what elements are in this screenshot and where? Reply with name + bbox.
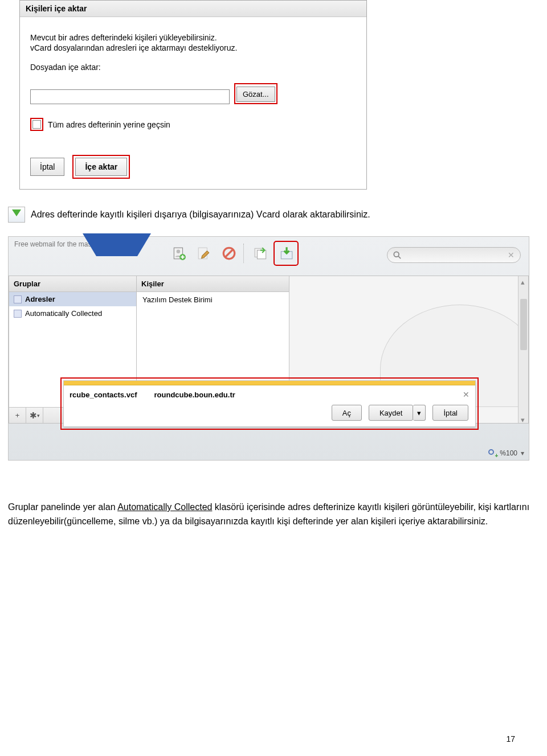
download-save-button[interactable]: Kaydet xyxy=(369,405,413,421)
replace-checkbox-label: Tüm adres defterinin yerine geçsin xyxy=(48,120,170,129)
group-settings-button[interactable]: ✱▾ xyxy=(26,408,43,423)
download-bar: rcube_contacts.vcf roundcube.boun.edu.tr… xyxy=(63,380,476,427)
group-label: Automatically Collected xyxy=(25,309,102,318)
page-number: 17 xyxy=(506,734,515,743)
delete-contact-icon[interactable] xyxy=(218,243,240,264)
download-save-dropdown[interactable]: ▾ xyxy=(413,405,426,421)
scrollbar[interactable]: ▴ ▾ xyxy=(518,276,528,423)
contact-item[interactable]: Yazılım Destek Birimi xyxy=(137,292,289,307)
clear-search-icon[interactable]: ✕ xyxy=(508,250,515,260)
dialog-desc-line1: Mevcut bir adres defterindeki kişileri y… xyxy=(30,33,356,42)
dialog-description: Mevcut bir adres defterindeki kişileri y… xyxy=(30,33,356,52)
file-path-input[interactable] xyxy=(30,89,230,104)
download-close-icon[interactable]: ✕ xyxy=(463,390,470,399)
add-group-button[interactable]: + xyxy=(9,408,26,423)
search-icon xyxy=(393,251,401,259)
groups-header: Gruplar xyxy=(9,276,136,292)
add-contact-icon[interactable] xyxy=(168,243,190,264)
export-icon xyxy=(8,207,25,223)
zoom-icon: + xyxy=(488,449,496,457)
svg-line-10 xyxy=(398,256,401,258)
dialog-desc-line2: vCard dosyalarından adresleri içe aktarm… xyxy=(30,43,356,52)
replace-checkbox-highlight xyxy=(30,118,43,131)
download-bar-accent xyxy=(64,381,475,385)
import-button[interactable]: İçe aktar xyxy=(75,158,127,176)
svg-line-5 xyxy=(226,250,233,257)
import-contacts-icon[interactable] xyxy=(250,243,272,264)
bottom-paragraph: Gruplar panelinde yer alan Automatically… xyxy=(8,500,539,529)
zoom-value: %100 xyxy=(500,449,517,457)
search-box[interactable]: ✕ xyxy=(387,247,521,263)
browse-highlight: Gözat... xyxy=(234,83,277,104)
webmail-screenshot: Free webmail for the masses ✕ xyxy=(8,236,529,461)
edit-contact-icon[interactable] xyxy=(193,243,215,264)
webmail-header: Free webmail for the masses ✕ xyxy=(9,237,529,276)
group-auto-collected[interactable]: Automatically Collected xyxy=(9,306,136,321)
toolbar xyxy=(168,243,297,264)
import-dialog: Kişileri içe aktar Mevcut bir adres deft… xyxy=(19,0,367,190)
download-open-button[interactable]: Aç xyxy=(332,405,362,421)
export-contacts-icon[interactable] xyxy=(275,243,297,264)
cancel-button[interactable]: İptal xyxy=(30,158,64,176)
address-book-icon xyxy=(14,310,22,318)
address-book-icon xyxy=(14,295,22,303)
scrollbar-thumb[interactable] xyxy=(520,299,527,350)
download-cancel-button[interactable]: İptal xyxy=(432,405,468,421)
logo xyxy=(83,233,151,256)
browse-button[interactable]: Gözat... xyxy=(236,87,275,102)
file-input-label: Dosyadan içe aktar: xyxy=(30,63,356,72)
scroll-down-icon[interactable]: ▾ xyxy=(521,416,526,421)
replace-checkbox[interactable] xyxy=(32,120,41,129)
para-underline: Automatically Collected xyxy=(117,502,212,512)
download-host: roundcube.boun.edu.tr xyxy=(154,391,235,399)
dialog-footer: İptal İçe aktar xyxy=(20,138,366,189)
group-adresler[interactable]: Adresler xyxy=(9,292,136,306)
group-label: Adresler xyxy=(25,295,55,303)
download-filename: rcube_contacts.vcf xyxy=(70,391,137,399)
import-highlight: İçe aktar xyxy=(72,155,130,179)
contacts-header: Kişiler xyxy=(137,276,289,292)
svg-rect-7 xyxy=(258,250,266,259)
dialog-body: Mevcut bir adres defterindeki kişileri y… xyxy=(20,17,366,138)
scroll-up-icon[interactable]: ▴ xyxy=(521,278,526,284)
dialog-title: Kişileri içe aktar xyxy=(20,1,366,17)
zoom-dropdown-icon[interactable]: ▾ xyxy=(521,449,524,457)
export-instruction: Adres defterinde kayıtlı kişileri dışarı… xyxy=(8,207,547,223)
export-instruction-text: Adres defterinde kayıtlı kişileri dışarı… xyxy=(31,209,370,220)
svg-point-1 xyxy=(177,250,181,254)
para-t1: Gruplar panelinde yer alan xyxy=(8,502,117,512)
zoom-indicator[interactable]: + %100 ▾ xyxy=(488,449,524,457)
